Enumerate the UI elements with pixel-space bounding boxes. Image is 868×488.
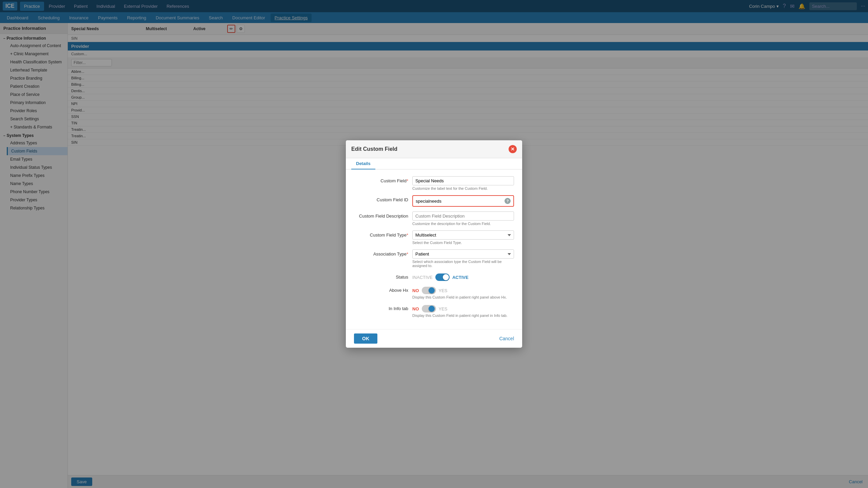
modal-body: Custom Field* Customize the label text f… <box>346 169 522 329</box>
required-marker-type: * <box>407 232 408 238</box>
modal-close-button[interactable]: ✕ <box>509 145 517 153</box>
above-hx-label: Above Hx <box>354 286 408 293</box>
custom-field-label: Custom Field* <box>354 176 408 183</box>
in-info-tab-row: In Info tab NO YES Display this Custom F… <box>354 304 514 318</box>
status-field: INACTIVE ACTIVE <box>412 272 514 281</box>
status-toggle-group: INACTIVE ACTIVE <box>412 272 514 281</box>
custom-field-input[interactable] <box>412 176 514 185</box>
edit-custom-field-modal: Edit Custom Field ✕ Details Custom Field… <box>346 140 522 348</box>
in-info-yes-label: YES <box>439 306 448 311</box>
custom-field-desc-input[interactable] <box>412 211 514 221</box>
custom-field-id-input[interactable] <box>416 199 502 204</box>
status-toggle[interactable] <box>435 273 450 281</box>
above-hx-toggle[interactable] <box>422 287 436 294</box>
in-info-tab-toggle-group: NO YES <box>412 304 514 312</box>
custom-field-id-row: Custom Field ID ? <box>354 195 514 207</box>
custom-field-type-row: Custom Field Type* Multiselect Text Drop… <box>354 230 514 245</box>
above-hx-field: NO YES Display this Custom Field in pati… <box>412 286 514 299</box>
in-info-tab-field: NO YES Display this Custom Field in pati… <box>412 304 514 318</box>
custom-field-desc-label: Custom Field Description <box>354 211 408 219</box>
required-marker-assoc: * <box>407 251 408 257</box>
custom-field-type-select[interactable]: Multiselect Text Dropdown Date Number <box>412 230 514 240</box>
status-row: Status INACTIVE ACTIVE <box>354 272 514 281</box>
custom-field-type-label: Custom Field Type* <box>354 230 408 238</box>
toggle-knob-in-info <box>429 306 435 312</box>
custom-field-hint: Customize the label text for the Custom … <box>412 186 514 190</box>
toggle-knob-above-hx <box>429 287 435 293</box>
above-hx-yes-label: YES <box>439 288 448 293</box>
status-label: Status <box>354 272 408 280</box>
toggle-knob <box>443 274 449 280</box>
tab-details[interactable]: Details <box>351 158 375 169</box>
modal-footer: OK Cancel <box>346 329 522 348</box>
above-hx-hint: Display this Custom Field in patient rig… <box>412 295 514 299</box>
above-hx-toggle-group: NO YES <box>412 286 514 294</box>
custom-field-id-container: ? <box>412 195 514 207</box>
custom-field-field: Customize the label text for the Custom … <box>412 176 514 190</box>
above-hx-no-label: NO <box>412 288 419 293</box>
association-type-label: Association Type* <box>354 249 408 257</box>
association-type-select[interactable]: Patient Provider Individual <box>412 249 514 259</box>
custom-field-id-field: ? <box>412 195 514 207</box>
association-type-field: Patient Provider Individual Select which… <box>412 249 514 268</box>
help-icon-btn[interactable]: ? <box>505 198 511 204</box>
inactive-label: INACTIVE <box>412 275 433 280</box>
active-label: ACTIVE <box>452 275 469 280</box>
custom-field-type-field: Multiselect Text Dropdown Date Number Se… <box>412 230 514 245</box>
required-marker: * <box>407 178 408 183</box>
in-info-tab-toggle[interactable] <box>422 305 436 312</box>
modal-cancel-button[interactable]: Cancel <box>499 336 514 341</box>
modal-header: Edit Custom Field ✕ <box>346 140 522 158</box>
modal-tabs: Details <box>346 158 522 169</box>
custom-field-id-label: Custom Field ID <box>354 195 408 202</box>
in-info-no-label: NO <box>412 306 419 311</box>
custom-field-desc-field: Customize the description for the Custom… <box>412 211 514 226</box>
custom-field-type-hint: Select the Custom Field Type. <box>412 241 514 245</box>
modal-overlay: Edit Custom Field ✕ Details Custom Field… <box>0 0 868 488</box>
custom-field-desc-hint: Customize the description for the Custom… <box>412 222 514 226</box>
in-info-tab-label: In Info tab <box>354 304 408 311</box>
custom-field-row: Custom Field* Customize the label text f… <box>354 176 514 190</box>
custom-field-desc-row: Custom Field Description Customize the d… <box>354 211 514 226</box>
association-type-hint: Select which association type the Custom… <box>412 260 514 268</box>
ok-button[interactable]: OK <box>354 333 377 344</box>
in-info-tab-hint: Display this Custom Field in patient rig… <box>412 313 514 318</box>
above-hx-row: Above Hx NO YES Display this Custom Fiel… <box>354 286 514 299</box>
association-type-row: Association Type* Patient Provider Indiv… <box>354 249 514 268</box>
modal-title: Edit Custom Field <box>351 146 397 152</box>
